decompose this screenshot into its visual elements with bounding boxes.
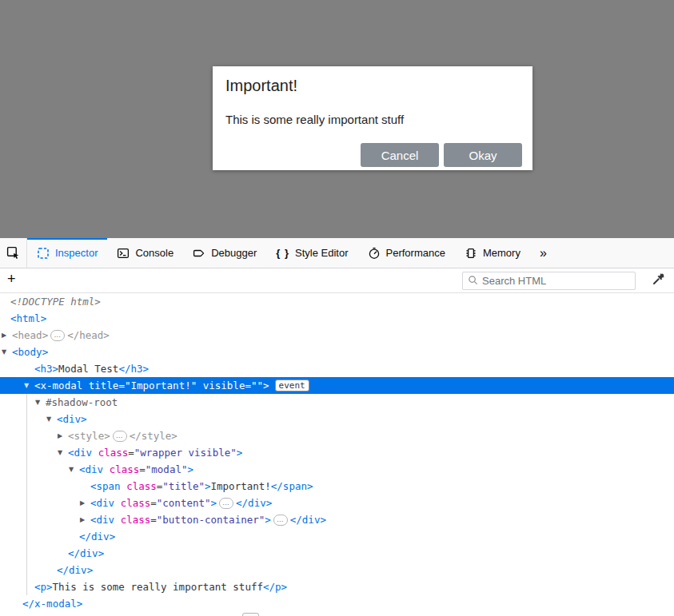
markup-token-attr: class	[121, 480, 157, 492]
markup-token-tag: <span	[90, 480, 121, 492]
markup-row[interactable]: <h3>Modal Test</h3>	[0, 360, 674, 377]
markup-token-muted: </head>	[67, 329, 110, 341]
markup-tree: <!DOCTYPE html><html>▶<head>…</head>▼<bo…	[0, 293, 674, 616]
markup-token-muted: <head>	[12, 329, 48, 341]
markup-token-tag: >	[211, 497, 217, 509]
markup-row[interactable]: ▶<div class="content">…</div>	[0, 495, 674, 511]
markup-row[interactable]: ▼<div class="modal">	[0, 461, 674, 478]
tab-inspector[interactable]: Inspector	[27, 238, 107, 268]
markup-token-txt: Important!	[211, 480, 271, 492]
markup-token-tag: </div>	[79, 531, 115, 542]
ellipsis-badge[interactable]: …	[50, 330, 65, 341]
tab-console[interactable]: Console	[107, 238, 183, 268]
tab-style-editor[interactable]: { } Style Editor	[266, 238, 357, 268]
node-picker-icon	[6, 246, 20, 260]
markup-row[interactable]: <span class="title">Important!</span>	[0, 478, 674, 495]
markup-token-val: "button-container"	[157, 514, 265, 526]
expand-arrow-icon[interactable]: ▶	[80, 511, 85, 528]
collapse-arrow-icon[interactable]: ▼	[69, 461, 74, 478]
markup-token-tag: </span>	[271, 480, 313, 492]
browser-viewport: Important! This is some really important…	[0, 0, 674, 238]
markup-row[interactable]: <!DOCTYPE html>	[0, 293, 674, 310]
event-badge[interactable]: event	[275, 380, 309, 391]
markup-token-txt: This is some really important stuff	[53, 581, 263, 593]
node-picker-button[interactable]	[0, 238, 27, 268]
markup-token-attr: class	[114, 514, 150, 526]
markup-row[interactable]: <html>	[0, 310, 674, 327]
markup-token-tag: >	[187, 463, 193, 475]
markup-row[interactable]: ▶<head>…</head>	[0, 327, 674, 344]
markup-token-tag: >	[263, 380, 269, 391]
markup-token-shadow: #shadow-root	[46, 396, 118, 408]
add-node-button[interactable]: +	[7, 271, 16, 288]
markup-row[interactable]: </div>	[0, 562, 674, 578]
markup-token-attr: class	[92, 447, 128, 459]
markup-row[interactable]: ▶<div class="button-container">…</div>	[0, 511, 674, 528]
markup-row[interactable]: </x-modal>	[0, 595, 674, 612]
inspector-toolbar: +	[0, 268, 674, 293]
markup-token-tag: <div	[90, 514, 114, 526]
markup-token-tag: <div	[79, 463, 103, 475]
markup-token-tag: >	[265, 514, 271, 526]
tab-label: Performance	[386, 247, 445, 259]
markup-row[interactable]: <p>This is some really important stuff</…	[0, 578, 674, 595]
markup-token-tag: </h3>	[118, 363, 149, 375]
tab-memory[interactable]: Memory	[455, 238, 530, 268]
tab-label: Debugger	[211, 247, 257, 259]
markup-row[interactable]: ▶<style>…</style>	[0, 427, 674, 444]
markup-token-tag: <h3>	[34, 363, 58, 375]
ellipsis-badge[interactable]: …	[219, 498, 233, 509]
markup-row[interactable]: </div>	[0, 528, 674, 545]
more-tabs-button[interactable]: »	[530, 238, 556, 268]
ellipsis-badge[interactable]: …	[273, 515, 288, 526]
markup-token-val: "wrapper visible"	[134, 447, 237, 459]
markup-token-tag: >	[237, 447, 243, 459]
markup-token-eq: =	[118, 380, 125, 391]
markup-row[interactable]: ▼<div class="wrapper visible">	[0, 444, 674, 461]
markup-token-eq: =	[128, 447, 134, 459]
eyedropper-icon	[652, 272, 665, 289]
ellipsis-badge-partial	[242, 613, 259, 616]
performance-icon	[368, 247, 381, 260]
markup-token-val: "Important!"	[125, 380, 197, 391]
markup-row-selected[interactable]: ▼<x-modal title="Important!" visible="">…	[0, 377, 674, 394]
eyedropper-button[interactable]	[649, 272, 667, 289]
ellipsis-badge[interactable]: …	[113, 431, 127, 442]
modal-body-text: This is some really important stuff	[213, 95, 532, 126]
collapse-arrow-icon[interactable]: ▼	[2, 344, 6, 360]
screenshot-root: Important! This is some really important…	[0, 0, 674, 616]
expand-arrow-icon[interactable]: ▶	[58, 427, 62, 444]
devtools-tabbar: Inspector Console Debugger { } Style E	[0, 238, 674, 268]
markup-row[interactable]: ▼<div>	[0, 411, 674, 427]
markup-token-tag: </div>	[290, 514, 326, 526]
search-box[interactable]	[462, 272, 636, 290]
markup-token-tag: <p>	[34, 581, 53, 593]
markup-row[interactable]: ▼#shadow-root	[0, 394, 674, 411]
markup-row[interactable]: </div>	[0, 545, 674, 562]
tab-performance[interactable]: Performance	[358, 238, 455, 268]
markup-token-tag: <div	[68, 447, 92, 459]
collapse-arrow-icon[interactable]: ▼	[46, 411, 51, 427]
markup-token-muted: <style>	[68, 430, 110, 442]
markup-token-attr: class	[103, 463, 139, 475]
cancel-button[interactable]: Cancel	[361, 143, 439, 167]
modal-button-row: Cancel Okay	[361, 143, 522, 167]
expand-arrow-icon[interactable]: ▶	[2, 327, 6, 344]
markup-row[interactable]: ▼<body>	[0, 344, 674, 360]
markup-token-tag: </div>	[57, 564, 93, 576]
markup-token-tag: <x-modal	[34, 380, 82, 391]
expand-arrow-icon[interactable]: ▶	[80, 495, 85, 511]
collapse-arrow-icon[interactable]: ▼	[58, 444, 62, 461]
okay-button[interactable]: Okay	[444, 143, 522, 167]
markup-token-attr: title	[82, 380, 118, 391]
markup-token-doctype: <!DOCTYPE html>	[10, 296, 101, 308]
markup-token-tag: </x-modal>	[22, 598, 82, 610]
tab-debugger[interactable]: Debugger	[183, 238, 266, 268]
markup-token-tag: </div>	[68, 547, 104, 559]
tab-label: Console	[135, 247, 173, 259]
collapse-arrow-icon[interactable]: ▼	[24, 377, 29, 394]
markup-token-eq: =	[139, 463, 146, 475]
chevron-double-right-icon: »	[540, 246, 547, 260]
search-input[interactable]	[482, 275, 630, 287]
collapse-arrow-icon[interactable]: ▼	[35, 394, 40, 411]
